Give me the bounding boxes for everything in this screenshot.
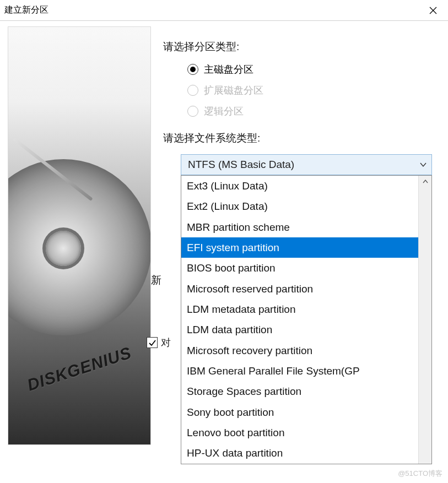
watermark: @51CTO博客: [398, 469, 442, 479]
radio-icon: [187, 85, 198, 96]
dropdown-item[interactable]: IBM General Parallel File System(GP: [181, 361, 418, 381]
radio-label: 逻辑分区: [204, 105, 244, 118]
filesystem-combo-wrap: NTFS (MS Basic Data) Ext3 (Linux Data)Ex…: [181, 154, 421, 464]
partition-type-radio-group: 主磁盘分区 扩展磁盘分区 逻辑分区: [163, 63, 421, 118]
window-title: 建立新分区: [4, 4, 48, 16]
form-area: 请选择分区类型: 主磁盘分区 扩展磁盘分区 逻辑分区 请选择文件系统类型: NT…: [151, 26, 421, 464]
filesystem-combobox[interactable]: NTFS (MS Basic Data): [181, 154, 432, 175]
checkmark-icon: [148, 339, 156, 346]
close-button[interactable]: [420, 2, 446, 19]
dropdown-item[interactable]: Lenovo boot partition: [181, 422, 418, 443]
filesystem-type-label: 请选择文件系统类型:: [163, 131, 421, 145]
titlebar: 建立新分区: [0, 0, 448, 21]
dropdown-item[interactable]: LDM metadata partition: [181, 299, 418, 319]
filesystem-dropdown: Ext3 (Linux Data)Ext2 (Linux Data)MBR pa…: [181, 175, 432, 464]
radio-primary-partition[interactable]: 主磁盘分区: [187, 63, 421, 76]
radio-icon: [187, 64, 198, 75]
dropdown-item[interactable]: BIOS boot partition: [181, 258, 418, 278]
dropdown-scrollbar[interactable]: [418, 176, 431, 464]
align-checkbox-label-partial: 对: [161, 336, 171, 349]
radio-label: 扩展磁盘分区: [204, 84, 263, 97]
dropdown-item[interactable]: HP-UX data partition: [181, 443, 418, 463]
combobox-value: NTFS (MS Basic Data): [188, 159, 294, 171]
dropdown-item[interactable]: MBR partition scheme: [181, 217, 418, 237]
radio-label: 主磁盘分区: [204, 63, 253, 76]
partition-type-label: 请选择分区类型:: [163, 40, 421, 54]
chevron-up-icon: [423, 179, 428, 184]
radio-extended-partition: 扩展磁盘分区: [187, 84, 421, 97]
side-illustration: DISKGENIUS: [8, 26, 151, 445]
checkbox-icon: [147, 337, 158, 348]
dropdown-item[interactable]: Ext3 (Linux Data): [181, 176, 418, 196]
dropdown-item[interactable]: Storage Spaces partition: [181, 381, 418, 401]
dropdown-item[interactable]: Sony boot partition: [181, 402, 418, 422]
dropdown-item[interactable]: Microsoft reserved partition: [181, 279, 418, 299]
dropdown-list: Ext3 (Linux Data)Ext2 (Linux Data)MBR pa…: [181, 176, 418, 464]
dropdown-item[interactable]: LDM data partition: [181, 319, 418, 340]
close-icon: [429, 7, 437, 14]
dropdown-item[interactable]: EFI system partition: [181, 237, 418, 258]
brand-text: DISKGENIUS: [25, 343, 134, 394]
radio-logical-partition: 逻辑分区: [187, 105, 421, 118]
align-checkbox-row[interactable]: 对: [147, 336, 171, 349]
dropdown-item[interactable]: Microsoft recovery partition: [181, 340, 418, 361]
scroll-up-button[interactable]: [419, 176, 432, 188]
chevron-down-icon: [419, 161, 427, 169]
dropdown-item[interactable]: Ext2 (Linux Data): [181, 196, 418, 216]
radio-icon: [187, 106, 198, 117]
new-partition-size-label-partial: 新: [151, 273, 161, 287]
disk-hub-graphic: [46, 231, 81, 266]
dialog-content: DISKGENIUS 请选择分区类型: 主磁盘分区 扩展磁盘分区 逻辑分区 请选…: [0, 21, 448, 464]
